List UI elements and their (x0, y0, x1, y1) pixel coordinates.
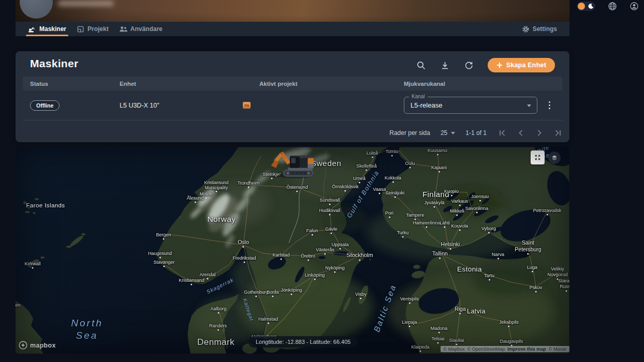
col-mjukvarukanal: Mjukvarukanal (397, 81, 562, 87)
rows-per-page-label: Rader per sida (389, 129, 430, 137)
sun-icon (578, 3, 585, 10)
org-name-blurred (58, 1, 114, 6)
table-header-row: Status Enhet Aktivt projekt Mjukvarukana… (23, 77, 562, 90)
excavator-icon (28, 26, 36, 33)
attribution-maxar-link[interactable]: © Maxar (549, 346, 566, 352)
settings-label: Settings (533, 25, 557, 33)
moon-icon (588, 3, 594, 9)
tab-anvandare[interactable]: Användare (114, 22, 168, 36)
last-page-button[interactable] (553, 128, 563, 138)
device-name: L5 U3D-X 10" (112, 102, 243, 109)
devices-table: Status Enhet Aktivt projekt Mjukvarukana… (23, 77, 562, 120)
users-icon (119, 25, 127, 33)
chevron-down-icon (527, 104, 531, 107)
col-status: Status (23, 81, 112, 87)
attribution-improve-link[interactable]: Improve this map (507, 346, 546, 352)
tab-label: Projekt (87, 25, 109, 33)
next-page-button[interactable] (534, 128, 545, 138)
gear-icon (522, 25, 530, 33)
attribution-osm-link[interactable]: © OpenStreetMap (467, 346, 505, 352)
tab-maskiner[interactable]: Maskiner (23, 22, 71, 36)
channel-select[interactable]: Kanal L5-release (404, 97, 537, 114)
plus-icon (496, 62, 503, 68)
machines-panel: Maskiner Skapa Enhet (16, 51, 569, 142)
pagination: Rader per sida 25 1-1 of 1 (389, 128, 563, 138)
map-container[interactable]: SwedenNorwayFinlandDenmarkEstoniaLatviaF… (16, 147, 569, 354)
first-page-button[interactable] (497, 128, 507, 138)
attribution-mapbox-link[interactable]: © Mapbox (444, 346, 465, 352)
excavator-marker[interactable] (265, 149, 325, 182)
tab-label: Maskiner (39, 25, 66, 33)
page-title: Maskiner (30, 57, 78, 70)
account-icon[interactable] (630, 2, 639, 11)
rows-per-page-value: 25 (441, 129, 447, 137)
header-banner (16, 0, 569, 22)
map-attribution: © Mapbox © OpenStreetMap Improve this ma… (441, 346, 570, 352)
language-globe-icon[interactable] (608, 2, 617, 11)
channel-select-label: Kanal (409, 94, 428, 99)
coordinates-pill: Longtitude: -12.883 - Latitude: 66.405 (248, 336, 358, 348)
mapbox-logo[interactable]: mapbox (19, 341, 56, 350)
col-enhet: Enhet (112, 81, 243, 87)
app-root: Maskiner Projekt Användare Settings (0, 0, 644, 362)
pagination-range: 1-1 of 1 (465, 129, 487, 137)
tab-label: Användare (130, 25, 163, 33)
panel-toolbar: Skapa Enhet (416, 58, 555, 72)
main-navbar: Maskiner Projekt Användare Settings (16, 22, 569, 36)
status-badge: Offline (30, 100, 60, 111)
map-controls (531, 150, 561, 164)
chevron-down-icon (451, 132, 455, 134)
search-icon[interactable] (416, 60, 427, 70)
fullscreen-button[interactable] (531, 150, 545, 164)
pin-badge: PIN (243, 102, 251, 109)
mapbox-logo-text: mapbox (30, 342, 56, 349)
channel-select-value: L5-release (404, 101, 442, 109)
rows-per-page-select[interactable]: 25 (441, 129, 455, 137)
top-right-controls (577, 2, 639, 11)
settings-button[interactable]: Settings (517, 25, 562, 33)
previous-page-button[interactable] (516, 128, 526, 138)
create-unit-button[interactable]: Skapa Enhet (488, 58, 555, 72)
col-aktivt-projekt: Aktivt projekt (243, 81, 397, 87)
theme-toggle[interactable] (577, 2, 595, 11)
create-unit-label: Skapa Enhet (506, 62, 546, 69)
tab-projekt[interactable]: Projekt (71, 22, 114, 36)
layers-button[interactable] (548, 152, 561, 164)
table-row[interactable]: Offline L5 U3D-X 10" PIN Kanal L5-releas… (23, 90, 562, 120)
download-icon[interactable] (440, 60, 450, 70)
refresh-icon[interactable] (464, 60, 474, 70)
row-menu-button[interactable] (547, 99, 552, 111)
project-icon (77, 25, 84, 33)
